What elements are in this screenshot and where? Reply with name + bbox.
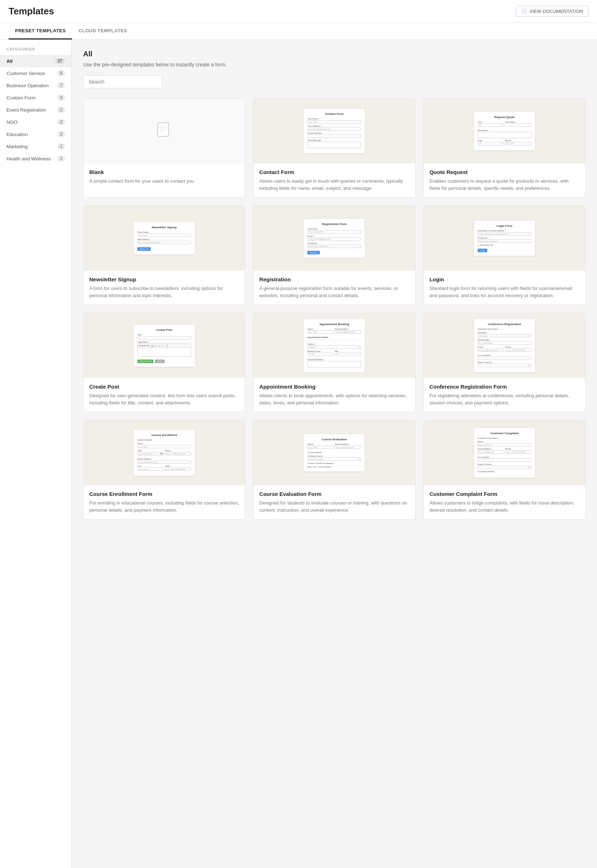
template-name-contact: Contact Form [259, 169, 409, 175]
template-info-createpost: Create Post Designed for user-generated … [83, 378, 245, 412]
template-card-quote[interactable]: Request Quote Title Mr▼ First Name [423, 98, 585, 198]
tab-preset-templates[interactable]: PRESET TEMPLATES [9, 23, 72, 39]
template-info-login: Login Standard login form for returning … [424, 271, 585, 305]
template-desc-complaint: Allows customers to lodge complaints, wi… [429, 499, 579, 514]
template-info-appointment: Appointment Booking Allows clients to bo… [254, 378, 415, 412]
sidebar-item-ngo[interactable]: NGO 2 [0, 116, 71, 128]
template-name-conference: Conference Registration Form [429, 384, 579, 390]
template-preview-appointment: Appointment Booking Name E.g. John Email… [254, 313, 415, 378]
template-card-blank[interactable]: Blank A simple contact form for your use… [83, 98, 245, 198]
template-info-blank: Blank A simple contact form for your use… [83, 163, 245, 191]
template-preview-login: Login Form Username or Email Address * E… [424, 206, 585, 271]
template-card-newsletter[interactable]: Newsletter Signup Short Name E.g. John⋮ … [83, 205, 245, 305]
template-desc-createpost: Designed for user-generated content, thi… [89, 392, 239, 406]
template-card-login[interactable]: Login Form Username or Email Address * E… [423, 205, 585, 305]
sidebar-item-all[interactable]: All 27 [0, 55, 71, 67]
sidebar-item-marketing[interactable]: Marketing 1 [0, 140, 71, 152]
sidebar-item-business-operation[interactable]: Business Operation 7 [0, 79, 71, 91]
view-documentation-button[interactable]: 📄 VIEW DOCUMENTATION [516, 6, 588, 17]
template-preview-registration: Registration Form Username * Enter Usern… [254, 206, 415, 271]
template-card-evaluation[interactable]: Course Evaluation Name * E.g. John Email… [253, 420, 415, 520]
page-title: Templates [9, 6, 54, 17]
template-name-newsletter: Newsletter Signup [89, 276, 239, 282]
template-name-evaluation: Course Evaluation Form [259, 491, 409, 497]
tab-cloud-templates[interactable]: CLOUD TEMPLATES [72, 23, 134, 39]
template-info-quote: Quote Request Enables customers to reque… [424, 163, 585, 197]
template-desc-registration: A general-purpose registration form suit… [259, 285, 409, 299]
svg-rect-0 [158, 123, 169, 136]
page-header: Templates 📄 VIEW DOCUMENTATION [0, 0, 597, 23]
template-name-appointment: Appointment Booking [259, 384, 409, 390]
template-preview-conference: Conference Registration Attendant Inform… [424, 313, 585, 378]
template-info-evaluation: Course Evaluation Form Designed for stud… [254, 485, 415, 519]
tabs-bar: PRESET TEMPLATES CLOUD TEMPLATES [0, 23, 597, 40]
doc-icon: 📄 [521, 9, 527, 14]
template-info-newsletter: Newsletter Signup A form for users to su… [83, 271, 245, 305]
template-desc-conference: For registering attendees at conferences… [429, 392, 579, 406]
template-preview-contact: Contact Form Your Name * E.g. John⋮ Your… [254, 99, 415, 163]
template-card-contact[interactable]: Contact Form Your Name * E.g. John⋮ Your… [253, 98, 415, 198]
template-name-quote: Quote Request [429, 169, 579, 175]
templates-grid: Blank A simple contact form for your use… [83, 98, 585, 520]
template-name-createpost: Create Post [89, 384, 239, 390]
template-preview-quote: Request Quote Title Mr▼ First Name [424, 99, 585, 163]
sidebar-item-event-registration[interactable]: Event Registration 2 [0, 104, 71, 116]
template-preview-complaint: Customer Complaint Customer Information … [424, 421, 585, 485]
template-info-complaint: Customer Complaint Form Allows customers… [424, 485, 585, 519]
template-desc-enrollment: For enrolling in educational courses, in… [89, 499, 239, 514]
template-card-complaint[interactable]: Customer Complaint Customer Information … [423, 420, 585, 520]
main-description: Use the pre-designed templates below to … [83, 62, 585, 67]
template-info-enrollment: Course Enrollment Form For enrolling in … [83, 485, 245, 519]
sidebar-item-customer-service[interactable]: Customer Service 8 [0, 67, 71, 79]
template-name-complaint: Customer Complaint Form [429, 491, 579, 497]
template-preview-blank [83, 99, 245, 163]
template-card-registration[interactable]: Registration Form Username * Enter Usern… [253, 205, 415, 305]
template-desc-appointment: Allows clients to book appointments, wit… [259, 392, 409, 406]
template-name-blank: Blank [89, 169, 239, 175]
template-desc-newsletter: A form for users to subscribe to newslet… [89, 285, 239, 299]
main-section-title: All [83, 50, 585, 58]
template-preview-enrollment: Course Enrollment Student Details Name E… [83, 421, 245, 485]
template-card-enrollment[interactable]: Course Enrollment Student Details Name E… [83, 420, 245, 520]
template-name-registration: Registration [259, 276, 409, 282]
template-desc-contact: Allows users to easily get in touch with… [259, 178, 409, 192]
search-input[interactable] [83, 75, 162, 88]
template-card-createpost[interactable]: Create Post Title Tags/Topics Template B… [83, 313, 245, 412]
template-info-conference: Conference Registration Form For registe… [424, 378, 585, 412]
sidebar: CATEGORIES All 27 Customer Service 8 Bus… [0, 40, 72, 868]
template-name-enrollment: Course Enrollment Form [89, 491, 239, 497]
sidebar-item-health-wellness[interactable]: Health and Wellness 1 [0, 152, 71, 165]
template-desc-blank: A simple contact form for your users to … [89, 178, 239, 185]
template-desc-evaluation: Designed for students to evaluate course… [259, 499, 409, 514]
template-desc-quote: Enables customers to request a quote for… [429, 178, 579, 192]
template-card-appointment[interactable]: Appointment Booking Name E.g. John Email… [253, 313, 415, 412]
content-area: CATEGORIES All 27 Customer Service 8 Bus… [0, 40, 597, 868]
main-content: All Use the pre-designed templates below… [72, 40, 597, 868]
sidebar-section-label: CATEGORIES [0, 47, 71, 55]
sidebar-item-education[interactable]: Education 2 [0, 128, 71, 140]
template-info-registration: Registration A general-purpose registrat… [254, 271, 415, 305]
template-preview-createpost: Create Post Title Tags/Topics Template B… [83, 313, 245, 378]
template-desc-login: Standard login form for returning users … [429, 285, 579, 299]
template-preview-evaluation: Course Evaluation Name * E.g. John Email… [254, 421, 415, 485]
template-card-conference[interactable]: Conference Registration Attendant Inform… [423, 313, 585, 412]
sidebar-item-custom-form[interactable]: Custom Form 3 [0, 91, 71, 104]
template-preview-newsletter: Newsletter Signup Short Name E.g. John⋮ … [83, 206, 245, 271]
template-info-contact: Contact Form Allows users to easily get … [254, 163, 415, 197]
template-name-login: Login [429, 276, 579, 282]
